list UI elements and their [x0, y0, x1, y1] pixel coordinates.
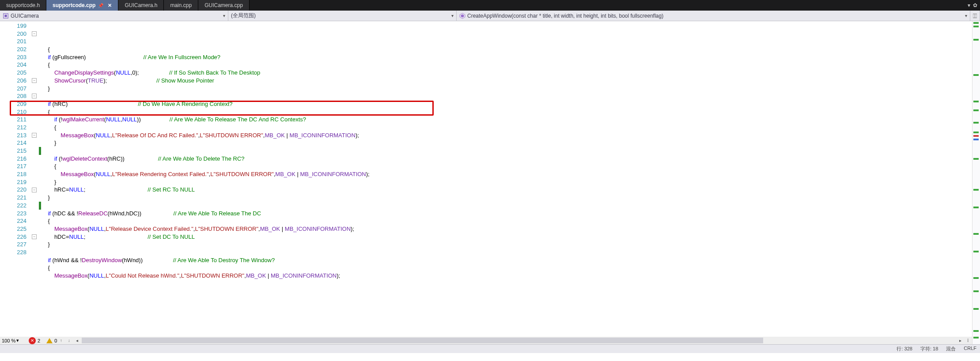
fold-toggle[interactable]: − [32, 133, 37, 138]
overview-marker[interactable] [973, 330, 979, 332]
overview-marker[interactable] [973, 26, 979, 27]
code-line[interactable]: MessageBox(NULL,L"Release Device Context… [42, 225, 972, 233]
overview-marker[interactable] [973, 277, 979, 279]
status-eol[interactable]: CRLF [964, 346, 976, 352]
overview-marker[interactable] [973, 139, 979, 140]
overview-ruler[interactable] [972, 21, 980, 344]
code-line[interactable]: } [42, 139, 972, 147]
overview-marker[interactable] [973, 122, 979, 124]
class-scope-dropdown[interactable]: GUICamera ▾ [0, 11, 228, 21]
code-line[interactable]: } [42, 194, 972, 202]
overview-marker[interactable] [973, 233, 979, 235]
change-marker [39, 202, 41, 210]
overview-marker[interactable] [973, 158, 979, 160]
overview-marker[interactable] [973, 109, 979, 111]
overview-marker[interactable] [973, 308, 979, 310]
code-line[interactable]: { [42, 264, 972, 272]
code-line[interactable]: { [42, 108, 972, 116]
code-line[interactable] [42, 248, 972, 256]
fold-toggle[interactable]: − [32, 234, 37, 239]
overview-marker[interactable] [973, 337, 979, 338]
navigation-bar: GUICamera ▾ (全局范围) ▾ CreateAppWindow(con… [0, 11, 980, 21]
close-icon[interactable]: ✕ [108, 3, 112, 8]
code-line[interactable]: ChangeDisplaySettings(NULL,0); // If So … [42, 69, 972, 77]
line-number: 225 [0, 225, 26, 233]
overview-marker[interactable] [973, 74, 979, 76]
chevron-down-icon: ▾ [965, 13, 967, 18]
tab-label: supportcode.h [6, 2, 40, 8]
overview-marker[interactable] [973, 189, 979, 191]
code-line[interactable] [42, 92, 972, 100]
code-line[interactable]: } [42, 241, 972, 248]
zoom-dropdown[interactable]: 100 % ▾ [0, 338, 24, 343]
overview-marker[interactable] [973, 251, 979, 252]
code-editor[interactable]: 1992002012022032042052062072082092102112… [0, 21, 980, 344]
tab-supportcode-h[interactable]: supportcode.h [0, 0, 46, 11]
code-line[interactable]: } [42, 85, 972, 93]
overview-marker[interactable] [973, 22, 979, 24]
code-line[interactable] [42, 147, 972, 155]
fold-toggle[interactable]: − [32, 78, 37, 83]
code-line[interactable]: if (hWnd && !DestroyWindow(hWnd)) // Are… [42, 256, 972, 264]
error-icon[interactable]: ✕ [29, 337, 36, 344]
code-line[interactable] [42, 202, 972, 210]
code-line[interactable]: hRC=NULL; // Set RC To NULL [42, 186, 972, 194]
status-char: 字符: 18 [920, 346, 938, 352]
overview-marker[interactable] [973, 101, 979, 102]
split-editor-button[interactable] [970, 11, 980, 21]
code-line[interactable]: { [42, 45, 972, 53]
code-area[interactable]: { if (gFullscreen) // Are We In Fullscre… [42, 21, 972, 344]
overview-marker[interactable] [973, 132, 979, 133]
line-number: 216 [0, 155, 26, 163]
line-number: 202 [0, 45, 26, 53]
class-scope-text: GUICamera [11, 13, 39, 19]
code-line[interactable]: MessageBox(NULL,L"Could Not Release hWnd… [42, 272, 972, 280]
tab-main-cpp[interactable]: main.cpp [164, 0, 198, 11]
code-line[interactable]: { [42, 217, 972, 225]
code-line[interactable]: { [42, 162, 972, 170]
tab-GUICamera-h[interactable]: GUICamera.h [118, 0, 164, 11]
method-icon [459, 13, 465, 19]
fold-toggle[interactable]: − [32, 31, 37, 36]
scrollbar-thumb[interactable] [82, 338, 763, 343]
overview-marker[interactable] [973, 135, 979, 137]
code-line[interactable]: hDC=NULL; // Set DC To NULL [42, 233, 972, 241]
function-dropdown[interactable]: CreateAppWindow(const char * title, int … [457, 11, 970, 21]
prev-issue-button[interactable]: ↑ [57, 338, 65, 343]
window-settings-icon[interactable]: ✿ [973, 2, 977, 8]
tab-overflow-dropdown[interactable]: ▾ [968, 2, 970, 8]
fold-toggle[interactable]: − [32, 94, 37, 98]
code-line[interactable]: { [42, 124, 972, 132]
line-number: 218 [0, 170, 26, 178]
splitter-handle[interactable]: ⁞ [964, 338, 972, 343]
code-line[interactable]: } [42, 178, 972, 186]
overview-marker[interactable] [973, 207, 979, 208]
tab-GUICamera-cpp[interactable]: GUICamera.cpp [198, 0, 250, 11]
code-line[interactable]: if (!wglMakeCurrent(NULL,NULL)) // Are W… [42, 116, 972, 124]
scroll-right-button[interactable]: ▸ [956, 338, 964, 343]
overview-marker[interactable] [973, 39, 979, 41]
fold-toggle[interactable]: − [32, 188, 37, 192]
line-number: 207 [0, 85, 26, 93]
code-line[interactable]: ShowCursor(TRUE); // Show Mouse Pointer [42, 77, 972, 85]
scope-dropdown[interactable]: (全局范围) ▾ [228, 11, 457, 21]
code-line[interactable]: MessageBox(NULL,L"Release Rendering Cont… [42, 170, 972, 178]
tab-supportcode-cpp[interactable]: supportcode.cpp📌✕ [46, 0, 118, 11]
line-number: 200 [0, 30, 26, 38]
code-line[interactable]: if (!wglDeleteContext(hRC)) // Are We Ab… [42, 155, 972, 163]
code-line[interactable]: if (hRC) // Do We Have A Rendering Conte… [42, 100, 972, 108]
status-mode: 混合 [946, 346, 956, 352]
svg-rect-1 [4, 15, 7, 17]
scrollbar-track[interactable] [82, 337, 955, 344]
code-line[interactable]: { [42, 61, 972, 69]
warning-icon[interactable] [46, 338, 53, 343]
chevron-down-icon: ▾ [451, 13, 454, 18]
scope-text: (全局范围) [231, 12, 256, 19]
code-line[interactable]: if (hDC && !ReleaseDC(hWnd,hDC)) // Are … [42, 210, 972, 218]
code-line[interactable]: if (gFullscreen) // Are We In Fullscreen… [42, 53, 972, 61]
overview-marker[interactable] [973, 290, 979, 292]
outlining-margin: −−−−−− [31, 21, 39, 344]
next-issue-button[interactable]: ↓ [65, 338, 73, 343]
scroll-left-button[interactable]: ◂ [73, 338, 81, 343]
code-line[interactable]: MessageBox(NULL,L"Release Of DC And RC F… [42, 132, 972, 139]
